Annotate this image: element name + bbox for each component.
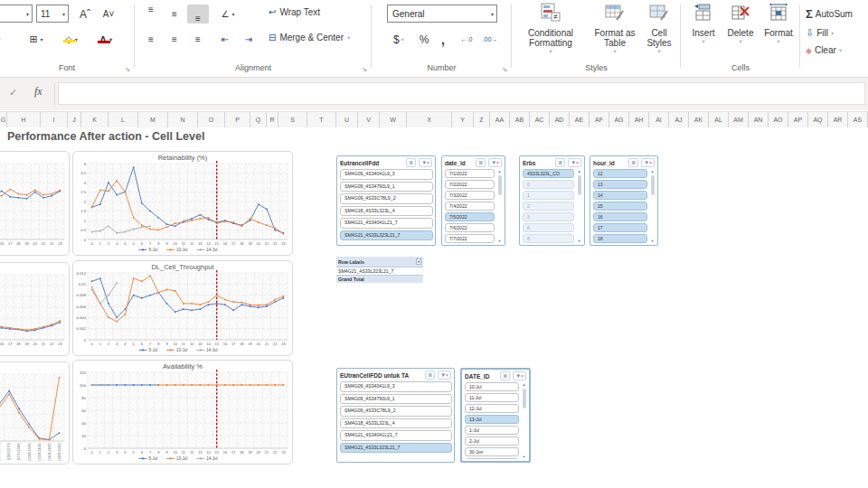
cell-styles-button[interactable]: Cell Styles ˅ — [639, 3, 679, 54]
fill-button[interactable]: ⇩Fill˅ — [806, 27, 835, 39]
decrease-indent-button[interactable]: ⇤ — [214, 30, 236, 49]
slicer-item[interactable]: 7/3/2022 — [445, 191, 495, 200]
insert-cells-button[interactable]: Insert ˅ — [686, 3, 721, 44]
slicer-item[interactable]: 12-Jul — [465, 404, 519, 413]
chart-retainability[interactable]: Retainability (%)00.511.522.533.54012345… — [72, 151, 293, 256]
slicer-date-id[interactable]: date_id≣▼×7/1/20227/2/20227/3/20227/4/20… — [441, 155, 505, 246]
column-header[interactable]: AL — [709, 112, 729, 127]
font-color-button[interactable]: A▾ — [90, 30, 121, 49]
slicer-item[interactable]: 7/7/2022 — [445, 234, 495, 243]
slicer-item[interactable]: 13-Jul — [465, 415, 519, 424]
increase-decimal-button[interactable]: ←.0 — [456, 30, 477, 49]
slicer-scrollbar[interactable]: ▲▼ — [576, 169, 582, 243]
chart-partial-left-middle[interactable]: 00.0020.0040.0060.0080.010.0120123456789… — [0, 262, 70, 356]
slicer-item[interactable]: SM4G21_4S33L323L21_7 — [340, 230, 433, 241]
slicer-eutrancellfdd-untuk-ta[interactable]: EUtranCellFDD untuk TA≣▼×SM4G09_4S34041L… — [336, 368, 455, 463]
align-center-button[interactable]: ≡ — [164, 30, 185, 49]
pivot-filter-dropdown[interactable]: ▾ — [416, 258, 421, 265]
slicer-item[interactable]: SM4G09_4S34041L9_3 — [340, 381, 452, 392]
slicer-clear-filter-icon[interactable]: ▼× — [513, 371, 526, 380]
conditional-formatting-button[interactable]: ≠ Conditional Formatting ˅ — [516, 3, 585, 54]
column-header[interactable]: M — [138, 112, 168, 127]
column-header[interactable]: AN — [749, 112, 769, 127]
column-header[interactable]: AP — [788, 112, 808, 127]
scroll-up-icon[interactable]: ▲ — [523, 382, 526, 387]
fill-color-button[interactable]: ◇▾ — [56, 30, 87, 49]
slicer-item[interactable]: 8 — [523, 234, 574, 243]
column-header[interactable]: J — [68, 112, 81, 127]
slicer-item[interactable]: 15 — [593, 202, 647, 211]
slicer-item[interactable]: SM4G18_4S33L323L_4 — [340, 418, 452, 429]
scroll-down-icon[interactable]: ▼ — [578, 239, 581, 243]
scroll-up-icon[interactable]: ▲ — [651, 169, 655, 174]
underline-dropdown[interactable]: ˅ — [0, 30, 5, 49]
align-left-button[interactable]: ≡ — [140, 30, 162, 49]
formula-input[interactable] — [58, 82, 865, 105]
percent-style-button[interactable]: % — [414, 30, 434, 49]
alignment-dialog-launcher[interactable]: ⇘ — [362, 66, 367, 72]
format-as-table-button[interactable]: Format as Table ˅ — [587, 3, 643, 54]
number-dialog-launcher[interactable]: ⇘ — [502, 66, 507, 72]
column-header[interactable]: X — [407, 112, 452, 127]
chart-dl-cell-throughput[interactable]: DL_Cell_Throughput00.0020.0040.0060.0080… — [72, 260, 293, 356]
column-header[interactable]: AI — [649, 112, 669, 127]
column-header[interactable]: O — [198, 112, 225, 127]
column-header[interactable]: S — [278, 112, 307, 127]
slicer-item[interactable]: 13 — [593, 180, 647, 189]
slicer-item[interactable]: 7/4/2022 — [445, 202, 495, 211]
slicer-item[interactable]: 30-Jun — [465, 447, 519, 456]
slicer-hour-id[interactable]: hour_id≣▼×1213141516171819▲▼ — [590, 155, 658, 246]
slicer-scrollbar[interactable]: ▲▼ — [521, 382, 527, 459]
slicer-multiselect-icon[interactable]: ≣ — [406, 158, 416, 167]
column-header[interactable]: AO — [769, 112, 788, 127]
column-header[interactable]: AC — [530, 112, 550, 127]
slicer-item[interactable]: 7/5/2022 — [445, 212, 495, 221]
wrap-text-button[interactable]: ↩Wrap Text — [269, 7, 320, 17]
scroll-up-icon[interactable]: ▲ — [498, 169, 502, 174]
font-name-combobox[interactable]: ▾ — [0, 5, 33, 23]
top-align-button[interactable]: ≡ — [140, 5, 162, 23]
scroll-down-icon[interactable]: ▼ — [651, 239, 655, 243]
slicer-item[interactable]: 14 — [593, 191, 647, 200]
slicer-item[interactable]: SM4G09_4S33C78L9_2 — [340, 406, 452, 417]
slicer-clear-filter-icon[interactable]: ▼× — [419, 158, 432, 167]
middle-align-button[interactable]: ≡ — [164, 5, 185, 23]
clear-button[interactable]: ◆Clear˅ — [806, 45, 842, 55]
accounting-format-button[interactable]: $˅ — [387, 30, 410, 49]
column-header[interactable]: Z — [474, 112, 490, 127]
column-header[interactable]: U — [336, 112, 358, 127]
scrollbar-thumb[interactable] — [523, 389, 526, 408]
slicer-item[interactable]: 11-Jul — [465, 393, 519, 402]
increase-indent-button[interactable]: ⇥ — [238, 30, 259, 49]
slicer-multiselect-icon[interactable]: ≣ — [476, 158, 486, 167]
slicer-clear-filter-icon[interactable]: ▼× — [641, 158, 655, 167]
slicer-multiselect-icon[interactable]: ≣ — [555, 158, 565, 167]
scrollbar-thumb[interactable] — [498, 175, 502, 195]
slicer-clear-filter-icon[interactable]: ▼× — [568, 158, 581, 167]
column-header[interactable]: P — [225, 112, 250, 127]
scroll-down-icon[interactable]: ▼ — [498, 239, 502, 243]
decrease-decimal-button[interactable]: .00→ — [479, 30, 501, 49]
slicer-item[interactable]: SM4G21_4S33L323L21_7 — [340, 443, 452, 454]
slicer-item[interactable]: 12 — [593, 169, 647, 178]
slicer-item[interactable]: 7/1/2022 — [445, 169, 495, 178]
format-cells-button[interactable]: Format ˅ — [760, 3, 797, 44]
slicer-clear-filter-icon[interactable]: ▼× — [438, 371, 451, 380]
decrease-font-button[interactable]: A˅ — [98, 5, 119, 23]
slicer-item[interactable]: 18 — [593, 234, 647, 243]
scrollbar-thumb[interactable] — [651, 175, 655, 195]
column-header[interactable]: G — [0, 112, 7, 127]
align-right-button[interactable]: ≡ — [187, 30, 209, 49]
slicer-date-id-caps[interactable]: DATE_ID≣▼×10-Jul11-Jul12-Jul13-Jul1-Jul2… — [460, 368, 531, 463]
number-format-combobox[interactable]: General▾ — [387, 5, 497, 23]
slicer-item[interactable]: 2 — [523, 202, 574, 211]
slicer-item[interactable]: SM4G09_4S34790L9_1 — [340, 182, 433, 192]
slicer-item[interactable]: SM4G21_4S34041L21_7 — [340, 430, 452, 441]
column-header[interactable]: V — [358, 112, 380, 127]
column-header[interactable]: AH — [629, 112, 649, 127]
column-header[interactable]: AR — [828, 112, 848, 127]
slicer-item[interactable]: 4S33L323L_CO — [523, 169, 574, 178]
scrollbar-thumb[interactable] — [578, 175, 581, 195]
column-header[interactable]: I — [41, 112, 68, 127]
chart-partial-left-top[interactable]: 00.511.522.533.5401234567891011121314151… — [0, 151, 70, 256]
